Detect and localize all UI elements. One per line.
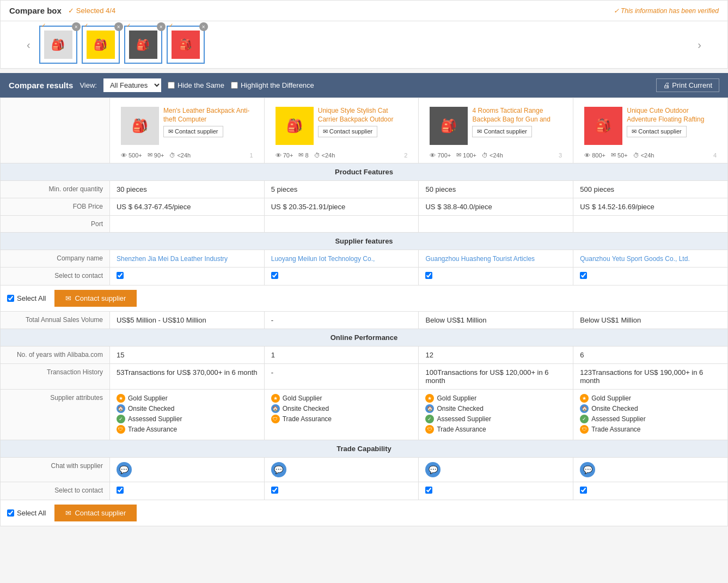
print-button[interactable]: 🖨 Print Current — [656, 78, 719, 92]
contact-btn-4[interactable]: ✉ Contact supplier — [627, 126, 687, 137]
compare-table: 🎒 Men's Leather Backpack Anti-theft Comp… — [0, 98, 728, 526]
assessed-icon-3: ✓ — [425, 415, 434, 423]
msg-1: ✉ 90+ — [148, 151, 164, 159]
attr-gold-4: ★ Gold Supplier — [580, 394, 721, 403]
gold-icon-3: ★ — [425, 394, 434, 403]
contact-checkbox-4[interactable] — [580, 272, 587, 279]
select-all-label-bottom[interactable]: Select All — [7, 509, 46, 517]
select-contact-check-b3 — [419, 482, 573, 500]
years-alibaba-val-3: 12 — [419, 347, 573, 364]
prev-arrow[interactable]: ‹ — [22, 39, 35, 51]
select-contact-row-bottom: Select to contact — [1, 482, 728, 500]
select-contact-label-bottom: Select to contact — [1, 482, 110, 500]
highlight-diff-label[interactable]: Highlight the Difference — [231, 81, 314, 89]
stats-row-1: 👁 500+ ✉ 90+ ⏱ <24h 1 — [117, 149, 258, 159]
chat-btn-3[interactable]: 💬 — [425, 462, 441, 477]
attr-trade-2: 🛡 Trade Assurance — [271, 415, 412, 423]
select-contact-check-b2 — [264, 482, 419, 500]
product-card-2: 🎒 Unique Style Stylish Cat Carrier Backp… — [271, 102, 412, 149]
contact-checkbox-2[interactable] — [271, 272, 278, 279]
thumbnails-row: ‹ ✓ 🎒 × ✓ 🎒 × ✓ 🎒 × ✓ 🎒 × › — [0, 21, 728, 69]
supplier-attributes-val-4: ★ Gold Supplier 🏠 Onsite Checked ✓ Asses… — [573, 390, 728, 440]
transaction-history-val-2: - — [264, 364, 419, 390]
years-alibaba-val-1: 15 — [109, 347, 264, 364]
selected-badge: ✓ Selected 4/4 — [68, 7, 115, 15]
contact-checkbox-b4[interactable] — [580, 487, 587, 494]
contact-btn-1[interactable]: ✉ Contact supplier — [163, 126, 223, 137]
highlight-diff-checkbox[interactable] — [231, 82, 238, 89]
port-val-2 — [264, 216, 419, 233]
company-link-2[interactable]: Luoyang Meilun Iot Technology Co., — [271, 255, 375, 263]
chat-btn-4[interactable]: 💬 — [580, 462, 595, 477]
select-all-label-top[interactable]: Select All — [7, 294, 46, 302]
attr-onsite-3: 🏠 Onsite Checked — [425, 404, 566, 413]
view-select[interactable]: All Features — [103, 78, 161, 92]
supplier-attributes-row: Supplier attributes ★ Gold Supplier 🏠 On… — [1, 390, 728, 440]
contact-checkbox-1[interactable] — [117, 272, 124, 279]
min-order-val-1: 30 pieces — [109, 181, 264, 198]
contact-btn-2[interactable]: ✉ Contact supplier — [318, 126, 378, 137]
supplier-features-title: Supplier features — [1, 233, 728, 250]
company-link-3[interactable]: Guangzhou Huasheng Tourist Articles — [425, 255, 535, 263]
next-arrow[interactable]: › — [693, 39, 706, 51]
supplier-attributes-val-3: ★ Gold Supplier 🏠 Onsite Checked ✓ Asses… — [419, 390, 573, 440]
chat-btn-1[interactable]: 💬 — [117, 462, 132, 477]
company-link-1[interactable]: Shenzhen Jia Mei Da Leather Industry — [117, 255, 228, 263]
fob-price-label: FOB Price — [1, 198, 110, 216]
trade-icon-1: 🛡 — [117, 425, 125, 434]
select-all-cell-top: Select All ✉ Contact supplier — [1, 286, 728, 312]
thumb-item-2[interactable]: ✓ 🎒 × — [82, 26, 120, 64]
contact-checkbox-b3[interactable] — [425, 487, 432, 494]
select-all-checkbox-bottom[interactable] — [7, 509, 14, 517]
select-contact-check-b1 — [109, 482, 264, 500]
close-btn-3[interactable]: × — [157, 22, 166, 31]
msg-4: ✉ 50+ — [611, 151, 628, 159]
contact-btn-3[interactable]: ✉ Contact supplier — [472, 126, 532, 137]
chat-val-1: 💬 — [109, 458, 264, 482]
thumb-item-3[interactable]: ✓ 🎒 × — [124, 26, 162, 64]
total-sales-label: Total Annual Sales Volume — [1, 312, 110, 329]
prod-num-3: 3 — [559, 152, 562, 159]
min-order-val-2: 5 pieces — [264, 181, 419, 198]
close-btn-4[interactable]: × — [199, 22, 208, 31]
contact-supplier-btn-top[interactable]: ✉ Contact supplier — [54, 290, 137, 307]
thumb-check-1: ✓ — [41, 22, 46, 28]
select-all-container-top: Select All ✉ Contact supplier — [7, 290, 721, 307]
total-sales-val-4: Below US$1 Million — [573, 312, 728, 329]
product-header-2: 🎒 Unique Style Stylish Cat Carrier Backp… — [264, 98, 419, 163]
attr-assessed-4: ✓ Assessed Supplier — [580, 415, 721, 423]
select-all-checkbox-top[interactable] — [7, 295, 14, 302]
attr-onsite-4: 🏠 Onsite Checked — [580, 404, 721, 413]
company-name-row: Company name Shenzhen Jia Mei Da Leather… — [1, 250, 728, 268]
contact-checkbox-b2[interactable] — [271, 487, 278, 494]
attr-assessed-3: ✓ Assessed Supplier — [425, 415, 566, 423]
product-img-3: 🎒 — [430, 107, 468, 145]
supplier-features-header: Supplier features — [1, 233, 728, 250]
chat-btn-2[interactable]: 💬 — [271, 462, 286, 477]
transaction-history-label: Transaction History — [1, 364, 110, 390]
min-order-val-3: 50 pieces — [419, 181, 573, 198]
contact-supplier-btn-bottom[interactable]: ✉ Contact supplier — [54, 505, 137, 521]
hide-same-checkbox[interactable] — [168, 82, 175, 89]
gold-label-4: Gold Supplier — [591, 394, 631, 402]
supplier-attributes-label: Supplier attributes — [1, 390, 110, 440]
thumb-item-1[interactable]: ✓ 🎒 × — [39, 26, 77, 64]
compare-box-title: Compare box — [9, 6, 62, 15]
resp-1: ⏱ <24h — [169, 152, 191, 159]
thumb-item-4[interactable]: ✓ 🎒 × — [167, 26, 205, 64]
attr-trade-4: 🛡 Trade Assurance — [580, 425, 721, 434]
hide-same-label[interactable]: Hide the Same — [168, 81, 224, 89]
close-btn-2[interactable]: × — [114, 22, 123, 31]
onsite-label-4: Onsite Checked — [591, 405, 638, 412]
msg-2: ✉ 8 — [298, 151, 308, 159]
company-link-4[interactable]: Quanzhou Yetu Sport Goods Co., Ltd. — [580, 255, 689, 263]
attr-gold-2: ★ Gold Supplier — [271, 394, 412, 403]
gold-label-1: Gold Supplier — [128, 394, 168, 402]
contact-checkbox-3[interactable] — [425, 272, 432, 279]
views-2: 👁 70+ — [276, 152, 293, 159]
close-btn-1[interactable]: × — [72, 22, 81, 31]
total-sales-val-1: US$5 Million - US$10 Million — [109, 312, 264, 329]
attr-gold-1: ★ Gold Supplier — [117, 394, 258, 403]
contact-checkbox-b1[interactable] — [117, 487, 124, 494]
select-all-row-bottom: Select All ✉ Contact supplier — [1, 500, 728, 526]
